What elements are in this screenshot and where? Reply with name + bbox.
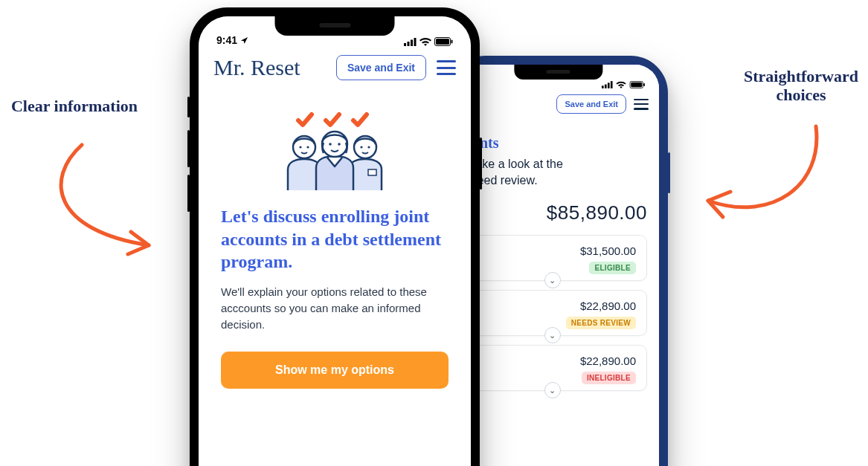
location-icon bbox=[240, 36, 248, 45]
svg-point-19 bbox=[367, 146, 370, 148]
total-row: ot: $85,890.00 bbox=[457, 197, 647, 235]
phone-notch bbox=[514, 65, 602, 80]
people-illustration bbox=[221, 110, 449, 192]
account-card[interactable]: ts $22,890.00 NEEDS REVIEW ⌄ bbox=[457, 290, 647, 336]
page-body: t's take a look at the at need review. bbox=[457, 156, 647, 188]
svg-rect-6 bbox=[643, 83, 645, 86]
account-amount: $22,890.00 bbox=[566, 300, 636, 312]
page-title-fragment: counts bbox=[457, 135, 647, 152]
battery-icon bbox=[434, 37, 453, 46]
save-exit-button[interactable]: Save and Exit bbox=[336, 55, 426, 80]
menu-icon[interactable] bbox=[634, 99, 649, 110]
svg-rect-20 bbox=[368, 169, 376, 175]
annotation-right: Straightforward choices bbox=[734, 67, 868, 105]
signal-icon bbox=[404, 38, 417, 46]
app-header-back: Save and Exit bbox=[457, 90, 659, 118]
front-content: Let's discuss enrolling joint accounts i… bbox=[199, 88, 471, 466]
account-amount: $22,890.00 bbox=[580, 355, 636, 367]
svg-rect-0 bbox=[602, 85, 604, 88]
svg-rect-10 bbox=[414, 38, 417, 46]
svg-rect-7 bbox=[404, 43, 406, 46]
subcopy: We'll explain your options related to th… bbox=[221, 284, 449, 332]
phone-back: Save and Exit counts t's take a look at … bbox=[449, 56, 668, 466]
svg-point-22 bbox=[329, 143, 332, 146]
battery-icon bbox=[629, 81, 646, 88]
svg-rect-3 bbox=[611, 81, 613, 88]
brand-logo[interactable]: Mr. Reset bbox=[213, 55, 300, 80]
account-amount: $31,500.00 bbox=[580, 245, 636, 257]
headline: Let's discuss enrolling joint accounts i… bbox=[221, 205, 449, 274]
app-header-front: Mr. Reset Save and Exit bbox=[199, 48, 471, 88]
status-badge: ELIGIBLE bbox=[589, 262, 636, 274]
svg-rect-2 bbox=[608, 82, 610, 88]
arrow-left-icon bbox=[37, 141, 179, 268]
svg-point-23 bbox=[338, 143, 341, 146]
menu-icon[interactable] bbox=[437, 60, 456, 75]
wifi-icon bbox=[616, 81, 626, 88]
svg-rect-8 bbox=[408, 42, 410, 46]
chevron-down-icon[interactable]: ⌄ bbox=[544, 382, 561, 398]
cta-button[interactable]: Show me my options bbox=[221, 352, 449, 389]
account-card[interactable]: ts $31,500.00 ELIGIBLE ⌄ bbox=[457, 235, 647, 281]
phone-notch bbox=[274, 16, 394, 36]
arrow-right-icon bbox=[689, 111, 823, 238]
svg-rect-5 bbox=[631, 82, 642, 88]
svg-rect-1 bbox=[605, 85, 607, 88]
save-exit-button[interactable]: Save and Exit bbox=[556, 94, 626, 114]
svg-point-16 bbox=[306, 146, 309, 148]
svg-rect-13 bbox=[451, 40, 453, 44]
svg-rect-9 bbox=[411, 39, 413, 46]
status-badge: NEEDS REVIEW bbox=[566, 317, 636, 329]
status-time: 9:41 bbox=[216, 34, 237, 46]
chevron-down-icon[interactable]: ⌄ bbox=[544, 327, 561, 343]
total-amount: $85,890.00 bbox=[547, 201, 647, 224]
signal-icon bbox=[602, 81, 613, 88]
back-content: counts t's take a look at the at need re… bbox=[457, 118, 659, 466]
chevron-down-icon[interactable]: ⌄ bbox=[544, 272, 561, 288]
wifi-icon bbox=[419, 37, 431, 46]
phone-front: 9:41 Mr. Reset Save and Exit bbox=[190, 7, 480, 466]
svg-rect-12 bbox=[436, 39, 449, 45]
svg-point-18 bbox=[360, 146, 362, 148]
annotation-left: Clear information bbox=[7, 97, 141, 115]
svg-point-15 bbox=[299, 146, 301, 148]
account-card[interactable]: ts $22,890.00 INELIGIBLE ⌄ bbox=[457, 345, 647, 391]
status-badge: INELIGIBLE bbox=[582, 372, 636, 384]
